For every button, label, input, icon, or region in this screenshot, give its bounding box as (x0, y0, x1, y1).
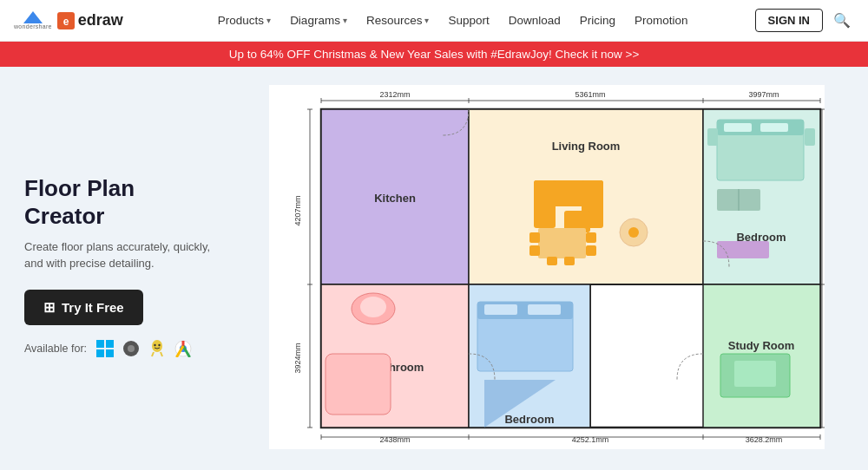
dim-top-2: 5361mm (575, 90, 605, 99)
nav-promotion[interactable]: Promotion (626, 9, 697, 32)
study-room-label: Study Room (728, 339, 795, 352)
available-for: Available for: (24, 339, 219, 358)
right-panel: 2312mm 5361mm 3997mm 4207mm 3924mm (243, 67, 868, 467)
dim-top-1: 2312mm (379, 90, 410, 99)
promo-banner[interactable]: Up to 64% OFF Christmas & New Year Sales… (0, 42, 868, 67)
nav-right: SIGN IN 🔍 (755, 9, 854, 32)
wondershare-text: wondershare (14, 23, 52, 29)
svg-rect-48 (529, 232, 540, 243)
svg-rect-3 (96, 340, 104, 348)
search-icon[interactable]: 🔍 (830, 9, 854, 32)
dim-top-3: 3997mm (748, 90, 779, 99)
svg-rect-61 (707, 128, 718, 146)
svg-rect-60 (760, 123, 788, 132)
svg-rect-5 (96, 349, 104, 357)
floor-plan-svg: 2312mm 5361mm 3997mm 4207mm 3924mm (269, 85, 825, 449)
navbar: wondershare e edraw Products ▾ Diagrams … (0, 0, 868, 42)
svg-rect-51 (586, 245, 596, 256)
living-room-label: Living Room (552, 140, 621, 153)
macos-os-icon (122, 339, 141, 358)
svg-point-70 (360, 297, 386, 317)
svg-text:e: e (62, 15, 69, 27)
svg-rect-77 (528, 304, 561, 315)
svg-rect-76 (484, 304, 517, 315)
hero-description: Create floor plans accurately, quickly, … (24, 238, 219, 272)
edraw-icon: e (57, 12, 75, 29)
svg-rect-53 (564, 257, 575, 265)
linux-os-icon (148, 339, 167, 358)
nav-diagrams[interactable]: Diagrams ▾ (281, 9, 356, 32)
svg-rect-81 (734, 361, 776, 387)
nav-resources[interactable]: Resources ▾ (358, 9, 438, 32)
svg-point-8 (128, 345, 135, 352)
svg-point-55 (628, 227, 639, 238)
edraw-logo-svg: e (58, 13, 74, 29)
svg-rect-50 (586, 232, 596, 243)
svg-rect-4 (106, 340, 114, 348)
svg-rect-6 (106, 349, 114, 357)
os-icons (95, 339, 193, 358)
signin-button[interactable]: SIGN IN (755, 9, 823, 32)
svg-point-9 (152, 340, 162, 352)
svg-rect-49 (529, 245, 540, 256)
nav-links: Products ▾ Diagrams ▾ Resources ▾ Suppor… (151, 9, 755, 32)
chevron-down-icon: ▾ (343, 16, 347, 25)
svg-marker-0 (23, 11, 43, 23)
dim-bottom-1: 2438mm (379, 435, 410, 444)
floor-plan: 2312mm 5361mm 3997mm 4207mm 3924mm (269, 85, 825, 449)
svg-rect-52 (547, 257, 557, 265)
dim-bottom-3: 3628.2mm (746, 435, 783, 444)
svg-rect-47 (538, 228, 586, 258)
chrome-os-icon (174, 339, 193, 358)
left-panel: Floor Plan Creator Create floor plans ac… (0, 67, 243, 467)
logo[interactable]: wondershare e edraw (14, 11, 123, 29)
svg-line-12 (152, 352, 154, 356)
dim-left-2: 3924mm (293, 343, 302, 373)
chevron-down-icon: ▾ (424, 16, 429, 25)
nav-pricing[interactable]: Pricing (571, 9, 624, 32)
hero-title: Floor Plan Creator (24, 175, 219, 229)
svg-rect-62 (805, 128, 815, 146)
try-it-free-button[interactable]: ⊞ Try It Free (24, 290, 143, 325)
main-content: Floor Plan Creator Create floor plans ac… (0, 67, 868, 467)
svg-line-13 (161, 352, 162, 356)
dim-bottom-2: 4252.1mm (572, 435, 609, 444)
windows-icon: ⊞ (43, 299, 55, 316)
nav-support[interactable]: Support (439, 9, 497, 32)
promo-text: Up to 64% OFF Christmas & New Year Sales… (229, 48, 640, 61)
wondershare-logo-icon (23, 11, 43, 23)
chevron-down-icon: ▾ (266, 16, 271, 25)
nav-products[interactable]: Products ▾ (209, 9, 279, 32)
windows-os-icon (95, 339, 115, 358)
available-label: Available for: (24, 343, 87, 355)
try-it-free-label: Try It Free (62, 300, 124, 315)
svg-point-11 (158, 343, 160, 345)
svg-rect-44 (534, 180, 556, 228)
svg-rect-59 (724, 123, 752, 132)
dim-left-1: 4207mm (293, 195, 302, 225)
svg-point-10 (154, 343, 155, 345)
svg-rect-71 (326, 354, 391, 415)
kitchen-label: Kitchen (374, 192, 416, 205)
bedroom-bottom-label: Bedroom (504, 413, 554, 426)
nav-download[interactable]: Download (500, 9, 569, 32)
brand-name: edraw (78, 11, 123, 29)
